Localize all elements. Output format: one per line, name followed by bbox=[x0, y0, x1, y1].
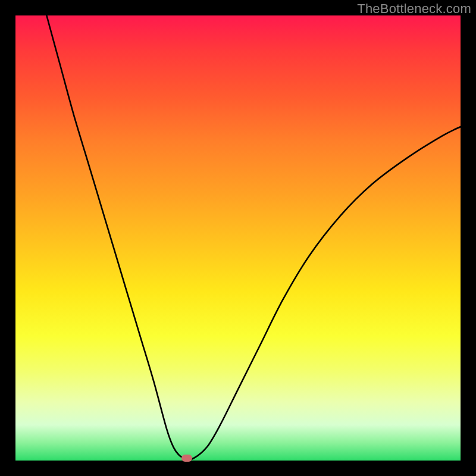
chart-svg bbox=[15, 15, 461, 461]
bottleneck-curve bbox=[46, 15, 461, 459]
optimum-marker bbox=[181, 455, 192, 462]
watermark-text: TheBottleneck.com bbox=[357, 1, 471, 17]
chart-frame: TheBottleneck.com bbox=[0, 0, 476, 476]
